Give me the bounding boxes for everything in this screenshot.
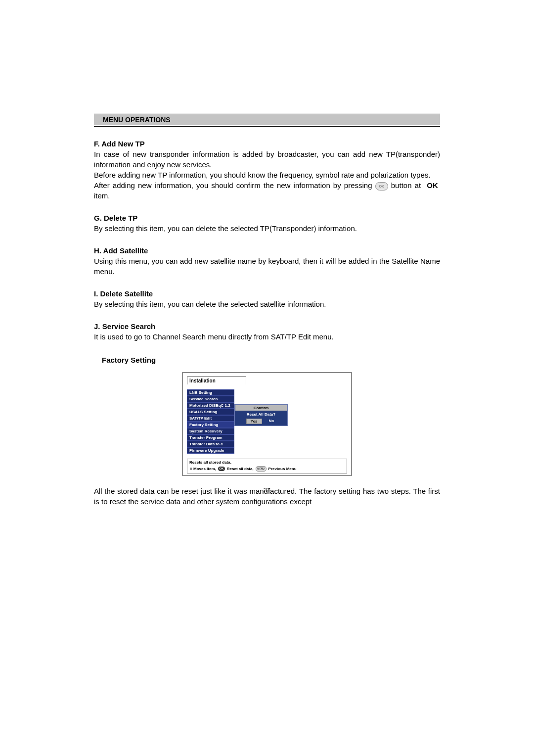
screenshot-title: Installation	[187, 377, 246, 384]
rule-under	[94, 126, 440, 127]
help-line2: Moves Item, OK Reset all data, MENU Prev…	[189, 466, 345, 472]
confirm-dialog: Confirm Reset All Data? Yes No	[234, 404, 288, 426]
heading-j: J. Service Search	[94, 322, 440, 331]
menu-item[interactable]: USALS Setting	[187, 409, 234, 415]
para-f3c: item.	[94, 191, 110, 200]
right-column: Confirm Reset All Data? Yes No	[234, 389, 347, 454]
para-f1: In case of new transponder information i…	[94, 149, 440, 170]
menu-item[interactable]: Transfer Program	[187, 434, 234, 441]
page-number: 31	[0, 486, 534, 494]
para-j1: It is used to go to Channel Search menu …	[94, 331, 440, 342]
menu-icon: MENU	[256, 466, 267, 472]
menu-item[interactable]: Factory Setting	[187, 422, 234, 428]
dialog-buttons: Yes No	[235, 419, 287, 425]
heading-f: F. Add New TP	[94, 140, 440, 148]
para-f3a: After adding new information, you should…	[94, 181, 372, 189]
menu-item[interactable]: Service Search	[187, 396, 234, 402]
ok-button-icon: OK	[375, 182, 388, 190]
help-box: Resets all stored data. Moves Item, OK R…	[187, 459, 347, 473]
heading-factory: Factory Setting	[94, 356, 440, 364]
menu-item[interactable]: Motorized DiSEqC 1.2	[187, 402, 234, 409]
embedded-screenshot: Installation LNB SettingService SearchMo…	[182, 372, 352, 476]
para-g1: By selecting this item, you can delete t…	[94, 223, 440, 234]
para-f3b: button at	[391, 181, 421, 189]
para-h1: Using this menu, you can add new satelli…	[94, 256, 440, 277]
para-f2: Before adding new TP information, you sh…	[94, 170, 440, 180]
menu-list: LNB SettingService SearchMotorized DiSEq…	[187, 389, 234, 454]
menu-item[interactable]: System Recovery	[187, 428, 234, 434]
dialog-no-button[interactable]: No	[267, 419, 276, 424]
menu-item[interactable]: Transfer Data to c	[187, 441, 234, 447]
para-f3: After adding new information, you should…	[94, 180, 440, 201]
menu-item[interactable]: LNB Setting	[187, 389, 234, 396]
dialog-question: Reset All Data?	[235, 411, 287, 419]
manual-page: MENU OPERATIONS F. Add New TP In case of…	[0, 0, 534, 756]
ok-word: OK	[427, 181, 438, 189]
help-moves: Moves Item,	[193, 467, 216, 471]
help-line1: Resets all stored data.	[189, 460, 345, 465]
dialog-yes-button[interactable]: Yes	[246, 419, 262, 424]
menu-item[interactable]: SAT/TP Edit	[187, 415, 234, 422]
arrows-icon	[189, 467, 191, 471]
rule-top	[94, 113, 440, 113]
heading-h: H. Add Satellite	[94, 246, 440, 255]
menu-item[interactable]: Firmware Upgrade	[187, 447, 234, 454]
para-i1: By selecting this item, you can delete t…	[94, 299, 440, 309]
heading-i: I. Delete Satellite	[94, 289, 440, 298]
ok-icon: OK	[218, 467, 225, 471]
help-prev: Previous Menu	[268, 467, 297, 471]
help-reset: Reset all data,	[227, 467, 254, 471]
dialog-title: Confirm	[235, 405, 287, 411]
section-bar: MENU OPERATIONS	[94, 114, 440, 125]
heading-g: G. Delete TP	[94, 214, 440, 222]
menu-area: LNB SettingService SearchMotorized DiSEq…	[187, 389, 347, 454]
